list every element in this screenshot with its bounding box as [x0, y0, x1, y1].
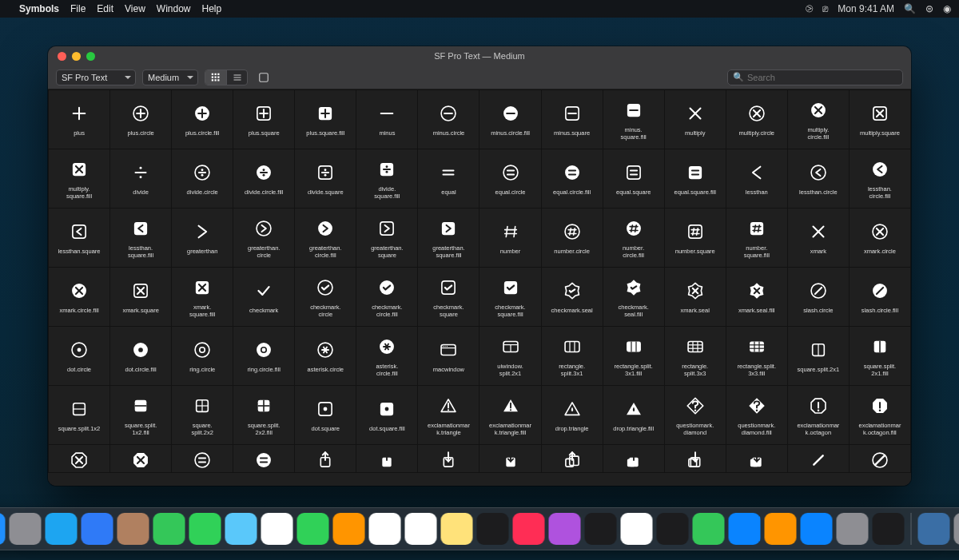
symbol-cell[interactable]: multiply. circle.fill [788, 90, 849, 149]
symbol-cell[interactable]: exclamationmar k.triangle [418, 386, 479, 444]
dock-app-music[interactable] [513, 513, 545, 545]
symbol-cell[interactable]: checkmark. square.fill [480, 268, 540, 326]
dock-app-reminders[interactable] [405, 513, 437, 545]
symbol-cell[interactable]: plus.square.fill [295, 90, 356, 149]
symbol-cell[interactable]: lessthan.square [49, 209, 109, 267]
view-mode-list-button[interactable] [226, 70, 247, 85]
symbol-cell[interactable]: xmark.circle [850, 209, 910, 267]
symbol-cell[interactable]: macwindow [418, 327, 479, 385]
symbol-cell[interactable]: exclamationmar k.octagon.fill [850, 386, 910, 444]
siri-icon[interactable]: ◉ [943, 3, 951, 14]
menubar-app-name[interactable]: Symbols [19, 3, 59, 14]
symbol-cell[interactable]: checkmark.seal [542, 268, 603, 326]
symbol-cell[interactable]: greaterthan. square.fill [418, 209, 479, 267]
dock-app-contacts[interactable] [117, 513, 149, 545]
menubar-clock[interactable]: Mon 9:41 AM [838, 3, 894, 14]
symbol-cell[interactable]: exclamationmar k.triangle.fill [480, 386, 540, 444]
symbol-cell[interactable]: lessthan. square.fill [110, 209, 171, 267]
symbol-cell[interactable]: square.split. 2x1.fill [850, 327, 910, 385]
dock-app-notes[interactable] [441, 513, 473, 545]
menubar-item-help[interactable]: Help [202, 3, 222, 14]
symbol-cell[interactable]: drop.triangle [542, 386, 603, 444]
symbol-cell[interactable]: exclamationmar k.octagon [788, 386, 849, 444]
symbol-cell[interactable]: minus.square [542, 90, 603, 149]
symbol-cell[interactable]: equal.square.fill [665, 149, 726, 208]
symbol-cell[interactable]: divide [110, 149, 171, 208]
dock-downloads[interactable] [918, 513, 950, 545]
dock-app-home[interactable] [333, 513, 365, 545]
symbol-cell[interactable]: rectangle. split.3x1 [542, 327, 603, 385]
symbol-cell[interactable]: plus.square [233, 90, 294, 149]
toolbar-info-button[interactable] [254, 70, 273, 85]
symbol-cell[interactable]: uiwindow. split.2x1 [480, 327, 540, 385]
dock-app-keynote[interactable] [729, 513, 761, 545]
symbol-cell[interactable]: equal.circle.fill [542, 149, 603, 208]
symbol-cell[interactable]: slash.circle.fill [850, 268, 910, 326]
symbol-cell[interactable]: divide.circle [172, 149, 233, 208]
symbol-cell[interactable]: asterisk.circle [295, 327, 356, 385]
symbol-cell[interactable]: multiply. square.fill [49, 149, 109, 208]
symbol-cell[interactable]: dot.square [295, 386, 356, 444]
symbol-cell[interactable]: square. split.2x2 [172, 386, 233, 444]
dock-app-tv[interactable] [585, 513, 617, 545]
traffic-light-zoom[interactable] [86, 52, 95, 61]
symbol-cell[interactable] [726, 445, 787, 472]
dock-app-podcasts[interactable] [549, 513, 581, 545]
symbol-cell[interactable] [356, 445, 417, 472]
symbol-cell[interactable]: square.split. 2x2.fill [233, 386, 294, 444]
dock-app-sf-symbols[interactable] [873, 513, 905, 545]
symbol-cell[interactable]: minus. square.fill [603, 90, 664, 149]
symbol-cell[interactable]: rectangle.split. 3x1.fill [603, 327, 664, 385]
symbol-cell[interactable]: multiply [665, 90, 726, 149]
symbol-cell[interactable] [542, 445, 603, 472]
search-field[interactable]: 🔍 [727, 70, 903, 85]
font-family-select[interactable]: SF Pro Text [56, 70, 136, 85]
symbol-cell[interactable]: plus.circle.fill [172, 90, 233, 149]
dock-app-pages[interactable] [765, 513, 797, 545]
symbol-cell[interactable]: checkmark. square [418, 268, 479, 326]
symbol-cell[interactable] [788, 445, 849, 472]
symbol-cell[interactable]: rectangle. split.3x3 [665, 327, 726, 385]
menubar-item-window[interactable]: Window [157, 3, 191, 14]
symbol-cell[interactable]: xmark.square [110, 268, 171, 326]
dock-app-stocks[interactable] [657, 513, 689, 545]
symbol-cell[interactable]: minus [356, 90, 417, 149]
symbol-cell[interactable]: xmark. square.fill [172, 268, 233, 326]
symbol-cell[interactable]: dot.circle [49, 327, 109, 385]
symbol-cell[interactable]: divide.square [295, 149, 356, 208]
dock-app-mail[interactable] [82, 513, 113, 545]
symbol-cell[interactable]: minus.circle.fill [480, 90, 540, 149]
dock-app-news[interactable] [621, 513, 653, 545]
symbol-cell[interactable]: asterisk. circle.fill [356, 327, 417, 385]
screen-mirror-icon[interactable]: ⎚ [822, 3, 828, 14]
symbol-cell[interactable]: number [480, 209, 540, 267]
symbol-cell[interactable]: number. circle.fill [603, 209, 664, 267]
symbol-cell[interactable]: questionmark. diamond [665, 386, 726, 444]
dock-app-facetime[interactable] [189, 513, 221, 545]
symbol-cell[interactable]: divide. square.fill [356, 149, 417, 208]
spotlight-icon[interactable]: 🔍 [904, 3, 916, 14]
menubar-item-file[interactable]: File [70, 3, 86, 14]
symbol-cell[interactable]: equal.circle [480, 149, 540, 208]
dock-app-maps[interactable] [225, 513, 257, 545]
dock-app-calendar[interactable] [369, 513, 401, 545]
symbol-cell[interactable]: rectangle.split. 3x3.fill [726, 327, 787, 385]
symbol-cell[interactable]: number.circle [542, 209, 603, 267]
dock-app-messages[interactable] [153, 513, 185, 545]
symbol-cell[interactable]: multiply.circle [726, 90, 787, 149]
symbol-cell[interactable]: plus [49, 90, 109, 149]
dock-app-system-preferences[interactable] [837, 513, 869, 545]
symbol-cell[interactable]: multiply.square [850, 90, 910, 149]
symbol-cell[interactable]: square.split.1x2 [49, 386, 109, 444]
symbol-cell[interactable]: equal.square [603, 149, 664, 208]
dock-app-voice-memos[interactable] [477, 513, 509, 545]
menubar-item-edit[interactable]: Edit [97, 3, 113, 14]
symbol-cell[interactable]: xmark.seal [665, 268, 726, 326]
wifi-icon[interactable]: ⧁ [806, 3, 813, 14]
symbol-cell[interactable]: checkmark [233, 268, 294, 326]
symbol-cell[interactable]: greaterthan [172, 209, 233, 267]
symbol-cell[interactable]: greaterthan. circle.fill [295, 209, 356, 267]
control-center-icon[interactable]: ⊜ [925, 3, 933, 14]
symbol-cell[interactable]: drop.triangle.fill [603, 386, 664, 444]
symbol-cell[interactable] [418, 445, 479, 472]
